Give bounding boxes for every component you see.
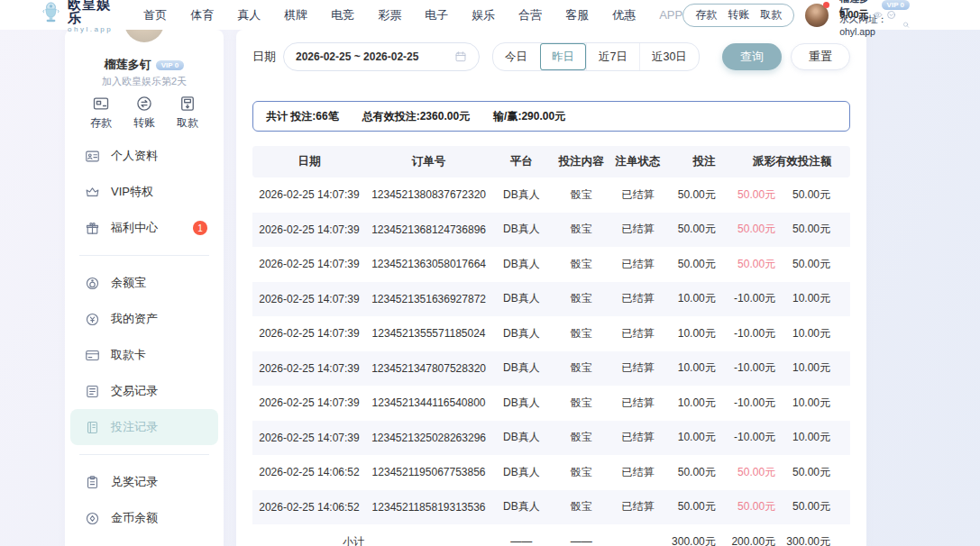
cell-valid: 10.00元 <box>775 360 839 376</box>
table-header: 日期订单号平台投注内容注单状态投注派彩有效投注额 <box>252 146 850 177</box>
notification-badge: 1 <box>193 221 207 235</box>
summary-bet-count: 共计 投注:66笔 <box>266 109 339 124</box>
cell-bet: 10.00元 <box>664 396 715 411</box>
subtotal-row: 小计————300.00元200.00元300.00元 <box>252 524 850 546</box>
wallet-action-1[interactable]: 存款 <box>695 7 717 23</box>
withdraw-icon <box>179 95 197 113</box>
cell-bet: 10.00元 <box>664 430 715 445</box>
cell-date: 2026-02-25 14:06:52 <box>252 466 366 478</box>
site-subtitle: ohyl.app <box>68 26 116 33</box>
cell-content: 骰宝 <box>551 326 610 341</box>
date-range-input[interactable]: 2026-02-25 ~ 2026-02-25 <box>283 42 480 71</box>
range-button-3[interactable]: 近7日 <box>586 43 639 70</box>
gift-icon <box>85 221 100 236</box>
cell-valid: 10.00元 <box>775 326 839 341</box>
nav-item-9[interactable]: 合营 <box>518 7 542 23</box>
sidebar-vip-badge: VIP 0 <box>156 60 184 70</box>
table-row: 2026-02-25 14:07:391234521380837672320DB… <box>252 177 850 213</box>
cell-payout: 50.00元 <box>716 257 775 272</box>
yuebao-icon <box>85 276 100 291</box>
nav-item-7[interactable]: 电子 <box>425 7 448 23</box>
search-icon[interactable] <box>902 20 910 30</box>
cell-valid: 50.00元 <box>775 465 839 480</box>
sidebar-item-gift[interactable]: 福利中心1 <box>70 210 218 246</box>
cell-content: 骰宝 <box>551 187 610 203</box>
joined-days-label: 加入欧皇娱乐第2天 <box>65 75 224 87</box>
nav-item-6[interactable]: 彩票 <box>378 7 401 23</box>
cell-order: 1234521344116540800 <box>366 396 491 409</box>
sidebar-item-prizes[interactable]: 兑奖记录 <box>70 464 218 500</box>
table-row: 2026-02-25 14:07:391234521363058017664DB… <box>252 247 850 282</box>
cell-date: 2026-02-25 14:07:39 <box>252 362 366 375</box>
summary-valid-total: 总有效投注:2360.00元 <box>362 109 470 124</box>
sidebar-item-label: 福利中心 <box>111 220 158 236</box>
wallet-action-3[interactable]: 取款 <box>760 7 782 23</box>
subtotal-cell-valid: 300.00元 <box>775 534 839 546</box>
coins-icon <box>85 511 100 526</box>
transactions-icon <box>85 384 100 399</box>
sidebar-item-vip[interactable]: VIP特权 <box>70 174 218 210</box>
column-header-content: 投注内容 <box>551 154 610 169</box>
sidebar-item-label: 取款卡 <box>111 347 146 363</box>
cell-valid: 10.00元 <box>775 396 839 411</box>
nav-item-12[interactable]: APP <box>659 8 682 22</box>
reset-button[interactable]: 重置 <box>791 43 850 70</box>
wallet-action-2[interactable]: 转账 <box>728 7 749 23</box>
sidebar-item-assets[interactable]: 我的资产 <box>70 301 218 337</box>
cell-platform: DB真人 <box>491 499 551 514</box>
sidebar-item-transactions[interactable]: 交易记录 <box>70 373 218 409</box>
query-button[interactable]: 查询 <box>722 43 782 70</box>
cell-date: 2026-02-25 14:07:39 <box>252 293 366 305</box>
nav-item-8[interactable]: 娱乐 <box>472 7 495 23</box>
nav-item-4[interactable]: 棋牌 <box>284 7 307 23</box>
sidebar-item-messages[interactable]: 消息中心6 <box>70 536 218 546</box>
subtotal-cell-date: 小计 <box>252 534 366 546</box>
cell-bet: 50.00元 <box>664 222 715 237</box>
summary-win-loss: 输/赢:290.00元 <box>493 109 565 124</box>
quick-action-withdraw[interactable]: 取款 <box>177 95 198 131</box>
column-header-valid: 有效投注额 <box>775 154 839 169</box>
nav-item-5[interactable]: 电竞 <box>331 7 354 23</box>
vip-icon <box>85 185 100 200</box>
nav-item-2[interactable]: 体育 <box>190 7 214 23</box>
range-button-4[interactable]: 近30日 <box>639 43 699 70</box>
site-url: 永久网址：ohyl.app <box>839 14 899 37</box>
range-button-2[interactable]: 昨日 <box>539 43 586 70</box>
nav-item-10[interactable]: 客服 <box>565 7 589 23</box>
cell-platform: DB真人 <box>491 257 551 272</box>
nav-item-11[interactable]: 优惠 <box>612 7 636 23</box>
sidebar-item-bets[interactable]: 投注记录 <box>70 409 218 445</box>
nav-item-3[interactable]: 真人 <box>237 7 261 23</box>
table-row: 2026-02-25 14:07:391234521347807528320DB… <box>252 351 850 387</box>
cell-order: 1234521347807528320 <box>366 362 491 375</box>
quick-action-transfer[interactable]: 转账 <box>133 95 155 131</box>
cell-platform: DB真人 <box>491 326 551 341</box>
calendar-icon <box>454 50 467 63</box>
sidebar-divider <box>79 454 209 455</box>
column-header-bet: 投注 <box>664 154 715 169</box>
sidebar-username: 榴莲多钉 <box>105 57 151 73</box>
cell-order: 1234521355571185024 <box>366 327 491 340</box>
quick-action-deposit[interactable]: 存款 <box>90 95 112 131</box>
cell-platform: DB真人 <box>491 187 551 203</box>
sidebar-item-profile[interactable]: 个人资料 <box>70 138 218 174</box>
cell-order: 1234521368124736896 <box>366 223 491 236</box>
transfer-icon <box>135 95 153 113</box>
cell-date: 2026-02-25 14:07:39 <box>252 188 366 201</box>
sidebar-avatar[interactable] <box>124 30 164 42</box>
sidebar-item-label: 余额宝 <box>111 275 146 291</box>
sidebar-item-yuebao[interactable]: 余额宝 <box>70 265 218 301</box>
range-button-1[interactable]: 今日 <box>493 43 539 70</box>
sidebar-item-coins[interactable]: 金币余额 <box>70 500 218 536</box>
nav-item-1[interactable]: 首页 <box>143 7 167 23</box>
cell-status: 已结算 <box>611 360 665 376</box>
cell-payout: -10.00元 <box>716 326 775 341</box>
table-row: 2026-02-25 14:07:391234521344116540800DB… <box>252 386 850 421</box>
user-avatar[interactable] <box>805 4 829 27</box>
date-range-value: 2026-02-25 ~ 2026-02-25 <box>296 50 454 63</box>
cell-content: 骰宝 <box>551 499 610 514</box>
sidebar-item-card[interactable]: 取款卡 <box>70 337 218 373</box>
sidebar-item-label: 我的资产 <box>111 311 158 327</box>
site-title: 欧皇娱乐 <box>68 0 116 24</box>
logo[interactable]: 欧皇娱乐 ohyl.app <box>41 0 116 33</box>
